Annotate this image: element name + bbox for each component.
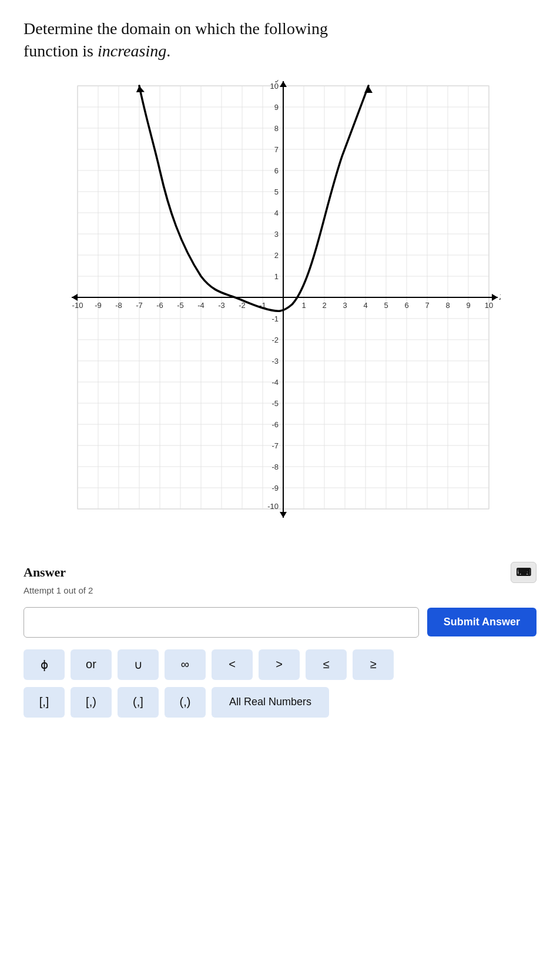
- answer-input-row: Submit Answer: [24, 607, 536, 638]
- svg-text:-8: -8: [115, 301, 122, 310]
- question-italic: increasing: [98, 42, 166, 60]
- svg-text:7: 7: [425, 301, 429, 310]
- svg-text:-3: -3: [271, 357, 279, 366]
- svg-text:-10: -10: [72, 301, 83, 310]
- less-than-button[interactable]: <: [212, 649, 253, 680]
- symbol-row-1: ϕ or ∪ ∞ < > ≤ ≥: [24, 649, 536, 680]
- greater-equal-button[interactable]: ≥: [353, 649, 394, 680]
- svg-text:-6: -6: [271, 420, 279, 429]
- union-button[interactable]: ∪: [118, 649, 159, 680]
- open-interval-button[interactable]: (,): [165, 687, 206, 718]
- or-button[interactable]: or: [71, 649, 112, 680]
- svg-marker-44: [492, 294, 498, 301]
- svg-text:4: 4: [274, 209, 278, 217]
- svg-text:-8: -8: [271, 463, 279, 471]
- svg-text:-10: -10: [267, 502, 279, 511]
- question-text: Determine the domain on which the follow…: [24, 18, 536, 62]
- question-line2a: function is: [24, 42, 98, 60]
- svg-text:-4: -4: [197, 301, 204, 310]
- submit-answer-button[interactable]: Submit Answer: [427, 608, 536, 636]
- svg-text:-7: -7: [271, 441, 279, 450]
- svg-text:7: 7: [274, 145, 278, 154]
- svg-text:6: 6: [404, 301, 408, 310]
- keyboard-icon-button[interactable]: ⌨: [511, 562, 536, 583]
- graph-container: x y -10 -9 -8 -7 -6 -5 -4 -3 -2 -1 1 2 3…: [24, 80, 536, 538]
- svg-text:8: 8: [274, 124, 278, 133]
- svg-text:-9: -9: [271, 484, 279, 492]
- infinity-button[interactable]: ∞: [165, 649, 206, 680]
- svg-text:9: 9: [274, 103, 278, 112]
- half-open-right-button[interactable]: (,]: [118, 687, 159, 718]
- svg-text:2: 2: [322, 301, 326, 310]
- svg-text:-5: -5: [177, 301, 184, 310]
- svg-text:10: 10: [270, 82, 278, 91]
- svg-text:-6: -6: [156, 301, 163, 310]
- svg-text:10: 10: [484, 301, 492, 310]
- greater-than-button[interactable]: >: [259, 649, 300, 680]
- x-axis-label: x: [499, 290, 501, 302]
- attempt-text: Attempt 1 out of 2: [24, 585, 536, 595]
- answer-label-row: Answer ⌨: [24, 562, 536, 583]
- svg-text:3: 3: [274, 230, 278, 239]
- svg-text:5: 5: [274, 187, 278, 196]
- question-line1: Determine the domain on which the follow…: [24, 19, 328, 38]
- svg-text:-5: -5: [271, 399, 279, 408]
- all-real-numbers-button[interactable]: All Real Numbers: [212, 687, 329, 718]
- coordinate-graph: x y -10 -9 -8 -7 -6 -5 -4 -3 -2 -1 1 2 3…: [60, 80, 501, 538]
- svg-text:1: 1: [274, 272, 278, 281]
- question-period: .: [166, 42, 170, 60]
- svg-text:9: 9: [466, 301, 470, 310]
- answer-heading: Answer: [24, 565, 66, 580]
- half-open-left-button[interactable]: [,): [71, 687, 112, 718]
- svg-text:3: 3: [343, 301, 347, 310]
- closed-interval-button[interactable]: [,]: [24, 687, 65, 718]
- svg-text:6: 6: [274, 166, 278, 175]
- less-equal-button[interactable]: ≤: [306, 649, 347, 680]
- svg-text:-1: -1: [271, 314, 279, 323]
- answer-input[interactable]: [24, 607, 419, 638]
- svg-text:5: 5: [384, 301, 388, 310]
- phi-button[interactable]: ϕ: [24, 649, 65, 680]
- svg-text:-2: -2: [271, 336, 279, 344]
- svg-text:-4: -4: [271, 378, 279, 387]
- svg-marker-45: [72, 294, 78, 301]
- svg-marker-48: [280, 512, 287, 518]
- svg-text:2: 2: [274, 251, 278, 260]
- svg-text:-9: -9: [95, 301, 102, 310]
- svg-text:4: 4: [363, 301, 367, 310]
- svg-text:1: 1: [301, 301, 306, 310]
- svg-text:-7: -7: [136, 301, 143, 310]
- symbol-row-2: [,] [,) (,] (,) All Real Numbers: [24, 687, 536, 718]
- svg-text:-3: -3: [218, 301, 225, 310]
- svg-text:8: 8: [445, 301, 450, 310]
- answer-section: Answer ⌨ Attempt 1 out of 2 Submit Answe…: [24, 562, 536, 718]
